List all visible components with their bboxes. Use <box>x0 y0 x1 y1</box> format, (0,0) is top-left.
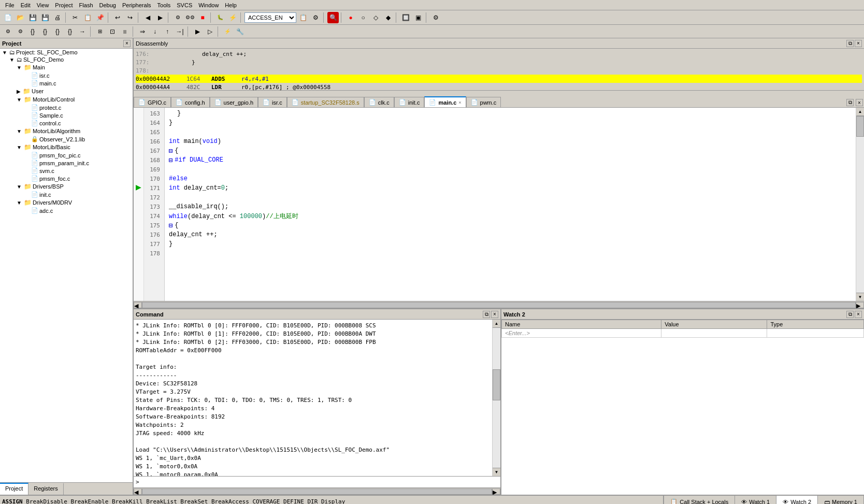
tab-config-h[interactable]: 📄 config.h <box>171 97 210 107</box>
menu-flash[interactable]: Flash <box>76 1 96 9</box>
tab-registers[interactable]: Registers <box>28 483 63 495</box>
menu-window[interactable]: Window <box>195 1 222 9</box>
t2-btn8[interactable]: ⊞ <box>94 26 106 37</box>
menu-peripherals[interactable]: Peripherals <box>119 1 154 9</box>
tree-item-motorlib_basic[interactable]: ▼📁 MotorLib/Basic <box>0 143 133 151</box>
t2-btn3[interactable]: {} <box>27 26 38 37</box>
run3-btn[interactable]: ◇ <box>370 12 381 23</box>
target-manage-btn[interactable]: 📋 <box>297 12 309 23</box>
run-btn[interactable]: ● <box>345 12 356 23</box>
editor-float-btn[interactable]: ⧉ <box>846 99 854 106</box>
tree-item-root[interactable]: ▼🗂 Project: SL_FOC_Demo <box>0 49 133 56</box>
menu-file[interactable]: File <box>2 1 18 9</box>
build-all-btn[interactable]: ⚙⚙ <box>184 12 196 23</box>
tree-item-sample_c[interactable]: 📄 Sample.c <box>0 111 133 119</box>
cmd-hscroll-left[interactable]: ◀ <box>134 488 142 495</box>
tree-item-main_group[interactable]: ▼📁 Main <box>0 63 133 71</box>
tree-item-main_c[interactable]: 📄 main.c <box>0 79 133 87</box>
disasm-close-btn[interactable]: × <box>855 40 862 47</box>
scroll-down-btn[interactable]: ▼ <box>856 293 864 301</box>
menu-help[interactable]: Help <box>222 1 240 9</box>
save-all-btn[interactable]: 💾 <box>39 12 51 23</box>
target-settings-btn[interactable]: ⚙ <box>310 12 321 23</box>
menu-view[interactable]: View <box>34 1 52 9</box>
status-tab-callstack[interactable]: 📋 Call Stack + Locals <box>664 496 735 504</box>
t2-btn2[interactable]: ⚙ <box>15 26 26 37</box>
t2-run-to[interactable]: →| <box>174 26 185 37</box>
t2-btn10[interactable]: ||| <box>119 26 131 37</box>
editor-close-btn[interactable]: × <box>856 99 863 106</box>
cmd-hscroll-thumb[interactable] <box>142 488 492 495</box>
hscroll-right[interactable]: ▶ <box>856 302 864 308</box>
command-input-field[interactable] <box>141 479 500 485</box>
tree-item-pmsm_foc[interactable]: 📄 pmsm_foc.c <box>0 175 133 182</box>
menu-tools[interactable]: Tools <box>154 1 174 9</box>
tab-clk-c[interactable]: 📄 clk.c <box>364 97 394 107</box>
tab-project[interactable]: Project <box>0 483 28 495</box>
cmd-scroll-up[interactable]: ▲ <box>493 320 500 328</box>
tree-item-motorlib_ctrl[interactable]: ▼📁 MotorLib/Control <box>0 95 133 104</box>
tab-startup[interactable]: 📄 startup_SC32F58128.s <box>287 97 364 107</box>
tab-isr-c[interactable]: 📄 isr.c <box>258 97 287 107</box>
new-btn[interactable]: 📄 <box>2 12 13 23</box>
t2-btn7[interactable]: → <box>77 26 88 37</box>
build-btn[interactable]: ⚙ <box>172 12 183 23</box>
cmd-hscroll-right[interactable]: ▶ <box>492 488 500 495</box>
scroll-up-btn[interactable]: ▲ <box>856 108 864 116</box>
settings2-btn[interactable]: ⚙ <box>430 12 441 23</box>
cut-btn[interactable]: ✂ <box>69 12 81 23</box>
t2-misc1[interactable]: ▶ <box>192 26 203 37</box>
cmd-scroll-track[interactable] <box>493 328 500 468</box>
command-float-btn[interactable]: ⧉ <box>483 311 490 318</box>
tree-item-init_c[interactable]: 📄 init.c <box>0 191 133 198</box>
watch2-float-btn[interactable]: ⧉ <box>846 311 854 318</box>
scroll-handle[interactable] <box>856 116 864 137</box>
scroll-track[interactable] <box>856 116 864 293</box>
t2-misc3[interactable]: ⚡ <box>222 26 233 37</box>
t2-misc2[interactable]: ▷ <box>204 26 215 37</box>
undo-btn[interactable]: ↩ <box>112 12 123 23</box>
print-btn[interactable]: 🖨 <box>52 12 63 23</box>
command-close-btn[interactable]: × <box>491 311 498 318</box>
t2-btn5[interactable]: {} <box>52 26 63 37</box>
tab-user-gpio-h[interactable]: 📄 user_gpio.h <box>210 97 258 107</box>
t2-btn9[interactable]: ⊡ <box>107 26 118 37</box>
hscroll-thumb[interactable] <box>142 302 856 308</box>
watch-enter-row[interactable]: <Enter...> <box>502 329 864 338</box>
tab-init-c[interactable]: 📄 init.c <box>394 97 425 107</box>
tree-item-control_c[interactable]: 📄 control.c <box>0 119 133 127</box>
status-tab-memory1[interactable]: 🗃 Memory 1 <box>818 496 864 504</box>
nav-back-btn[interactable]: ◀ <box>142 12 153 23</box>
t2-step-over[interactable]: ⇒ <box>137 26 148 37</box>
tree-item-pmsm_foc_pic[interactable]: 📄 pmsm_foc_pic.c <box>0 151 133 159</box>
stop-btn[interactable]: ■ <box>197 12 208 23</box>
tree-item-motorlib_algo[interactable]: ▼📁 MotorLib/Algorithm <box>0 127 133 135</box>
watch2-close-btn[interactable]: × <box>855 311 862 318</box>
redo-btn[interactable]: ↪ <box>124 12 136 23</box>
search-btn[interactable]: 🔍 <box>327 12 339 23</box>
tab-close-main[interactable]: × <box>458 100 461 105</box>
tab-pwm-c[interactable]: 📄 pwm.c <box>466 97 501 107</box>
disasm-float-btn[interactable]: ⧉ <box>846 40 854 47</box>
hscroll-left[interactable]: ◀ <box>134 302 142 308</box>
mem2-btn[interactable]: ▣ <box>412 12 424 23</box>
run4-btn[interactable]: ◆ <box>382 12 394 23</box>
editor-hscrollbar[interactable]: ◀ ▶ <box>134 301 864 308</box>
tree-item-svm_c[interactable]: 📄 svm.c <box>0 167 133 175</box>
tab-main-c[interactable]: 📄 main.c × <box>424 96 466 107</box>
debug2-btn[interactable]: ⚡ <box>227 12 238 23</box>
tree-item-drivers_bsp[interactable]: ▼📁 Drivers/BSP <box>0 182 133 191</box>
command-hscrollbar[interactable]: ◀ ▶ <box>134 487 500 495</box>
t2-btn6[interactable]: {} <box>64 26 76 37</box>
cmd-scroll-handle[interactable] <box>493 369 500 400</box>
open-btn[interactable]: 📂 <box>15 12 26 23</box>
target-combo[interactable]: ACCESS_EN <box>244 12 296 23</box>
copy-btn[interactable]: 📋 <box>82 12 93 23</box>
tree-item-protect_c[interactable]: 📄 protect.c <box>0 104 133 111</box>
save-btn[interactable]: 💾 <box>27 12 38 23</box>
cmd-scroll-down[interactable]: ▼ <box>493 468 500 476</box>
tree-item-user_group[interactable]: ▶📁 User <box>0 87 133 95</box>
mem-btn[interactable]: 🔲 <box>400 12 411 23</box>
debug-btn[interactable]: 🐛 <box>214 12 226 23</box>
watch-enter-cell[interactable]: <Enter...> <box>502 329 661 338</box>
